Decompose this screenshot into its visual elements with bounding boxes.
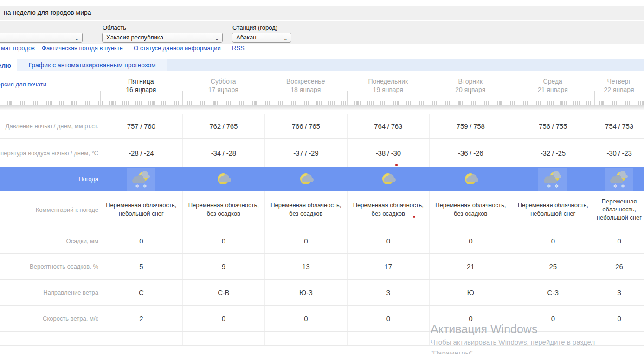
pressure-value: 764 / 763 [347,114,430,138]
ruler-day-center-tick [388,91,388,94]
ruler-gradient-band [0,105,644,110]
day-header: Пятница16 января [100,73,182,98]
weather-row: Погода ✲✲ ✲✲ ✲✲ [0,167,644,191]
region-label: Область [103,24,126,31]
weather-comment: Переменная облачность, небольшой снег [512,191,594,228]
weather-comment: Переменная облачность, небольшой снег [594,191,644,228]
probability-value: 26 [594,254,644,279]
row-label-precipitation: Осадки, мм [0,228,100,253]
cloud-sun-icon [460,171,481,188]
station-select[interactable]: Абакан ⌄ [232,33,291,43]
wind-speed-value: 2 [100,306,182,331]
wind-direction-row: Направление ветра С С-В Ю-З З Ю С-З З [0,279,644,305]
temperature-value: -30 / -23 [594,139,644,167]
day-header: Вторник20 января [429,73,512,98]
ruler-boundary-tick [512,91,512,106]
weather-icon-cell: ✲✲ [594,167,644,191]
precipitation-value: 0 [264,228,347,253]
day-header-row: Пятница16 января Суббота17 января Воскре… [0,73,644,98]
region-select[interactable]: Хакасия республика ⌄ [102,33,223,43]
cloud-sun-snow-icon: ✲✲ [130,171,152,188]
red-artifact-dot [395,164,398,166]
timeline-ruler [0,98,644,111]
forecast-table: Пятница16 января Суббота17 января Воскре… [0,73,644,346]
row-label-wind-speed: Скорость ветра, м/с [0,306,100,331]
tab-auto-forecast-graph[interactable]: График с автоматизированным прогнозом [17,59,167,71]
row-label-temperature: Температура воздуха ночью / днем, °С [0,139,100,167]
probability-value: 25 [512,254,594,279]
chevron-down-icon: ⌄ [283,34,288,43]
weather-icon-cell [347,167,430,191]
temperature-value: -37 / -29 [264,139,347,167]
temperature-value: -32 / -25 [512,139,594,167]
ruler-day-center-tick [223,91,224,94]
page-title: на неделю для городов мира [4,9,91,16]
comment-row: Комментарий к погоде Переменная облачнос… [0,191,644,228]
cloud-sun-icon [377,171,399,188]
tab-week-forecast[interactable]: елю [0,59,17,72]
pressure-value: 756 / 755 [512,114,594,138]
temperature-value: -36 / -26 [429,139,512,167]
precipitation-value: 0 [347,228,430,253]
temperature-value: -38 / -30 [347,139,430,167]
station-label: Станция (город) [232,24,277,31]
precipitation-value: 0 [182,228,265,253]
ruler-day-center-tick [470,91,471,94]
weather-comment: Переменная облачность, без осадков [264,191,347,228]
row-label-comment: Комментарий к погоде [0,191,100,228]
probability-value: 5 [100,254,182,279]
probability-value: 9 [182,254,265,279]
wind-direction-value: Ю-З [264,280,347,305]
cloud-sun-snow-icon: ✲✲ [542,171,563,188]
row-label-probability: Вероятность осадков, % [0,254,100,279]
ruler-boundary-tick [347,91,348,106]
weather-icon-cell [264,167,347,191]
cloud-sun-icon [213,171,234,188]
day-header: Суббота17 января [182,73,265,98]
wind-speed-value: 0 [594,306,644,331]
wind-speed-value: 0 [264,306,347,331]
cloud-sun-snow-icon: ✲✲ [608,171,630,188]
link-actual-weather[interactable]: Фактическая погода в пункте [42,45,123,52]
wind-speed-value: 0 [182,306,265,331]
temperature-value: -34 / -28 [182,139,265,167]
weather-comment: Переменная облачность, без осадков [182,191,265,228]
red-artifact-dot [413,216,415,218]
link-cities[interactable]: мат городов [1,45,35,52]
ruler-day-center-tick [619,91,619,94]
precipitation-row: Осадки, мм 0 0 0 0 0 0 0 [0,228,644,253]
chevron-down-icon: ⌄ [215,34,219,43]
wind-speed-value: 0 [347,306,430,331]
row-label-weather: Погода [0,167,100,191]
probability-value: 13 [264,254,347,279]
day-header: Четверг22 января [594,73,644,98]
probability-value: 17 [347,254,430,279]
link-rss[interactable]: RSS [232,45,245,52]
link-print-version[interactable]: Версия для печати [0,81,46,88]
weather-comment: Переменная облачность, без осадков [347,191,430,228]
ruler-day-center-tick [553,91,553,94]
windows-activation-text: Чтобы активировать Windows, перейдите в … [431,338,595,346]
precip-probability-row: Вероятность осадков, % 5 9 13 17 21 25 2… [0,253,644,279]
link-info-status[interactable]: О статусе данной информации [134,45,221,52]
pressure-value: 754 / 753 [594,114,644,138]
country-select[interactable]: ⌄ [0,33,83,43]
chevron-down-icon: ⌄ [75,34,79,43]
station-select-value: Абакан [236,34,256,41]
page-title-band: на неделю для городов мира [0,6,644,20]
weather-comment: Переменная облачность, небольшой снег [100,191,182,228]
pressure-value: 759 / 758 [429,114,512,138]
pressure-value: 766 / 765 [264,114,347,138]
ruler-boundary-tick [265,91,265,106]
temperature-row: Температура воздуха ночью / днем, °С -28… [0,138,644,167]
wind-direction-value: З [347,280,430,305]
precipitation-value: 0 [100,228,182,253]
ruler-day-center-tick [141,91,142,94]
region-select-value: Хакасия республика [106,34,163,41]
wind-direction-value: С-З [512,280,594,305]
weather-icon-cell: ✲✲ [512,167,594,191]
wind-speed-row: Скорость ветра, м/с 2 0 0 0 0 0 0 [0,305,644,331]
ruler-boundary-tick [100,91,101,106]
weather-icon-cell [182,167,265,191]
ruler-boundary-tick [594,91,595,106]
